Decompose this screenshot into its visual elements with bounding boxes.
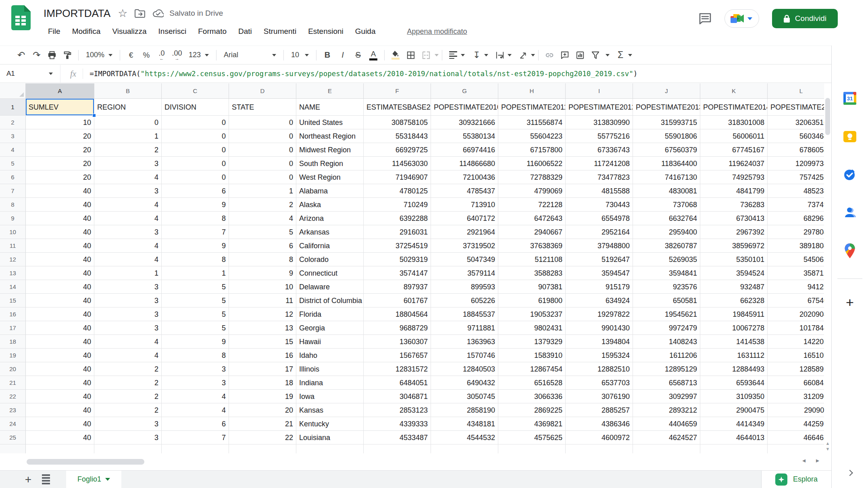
cell-H22[interactable]: 3066336 [498,390,566,403]
cell-K17[interactable]: 10067278 [700,321,768,335]
scroll-left-arrow[interactable]: ◂ [802,457,806,464]
cell-J24[interactable]: 4404659 [633,417,700,431]
cell-K1[interactable]: POPESTIMATE2014 [700,99,768,116]
cell-L19[interactable]: 1651059 [768,349,824,362]
cell-F24[interactable]: 4339333 [364,417,431,431]
cell-C14[interactable]: 5 [162,280,229,294]
cell-H5[interactable]: 116006522 [498,157,566,170]
cell-J6[interactable]: 74167130 [633,170,700,184]
cell-J12[interactable]: 5269035 [633,253,700,266]
strikethrough-button[interactable]: S [350,48,366,63]
cell-F8[interactable]: 710249 [364,198,431,212]
vertical-align-caret[interactable] [484,54,488,56]
cell-E23[interactable]: Kansas [296,403,364,417]
italic-button[interactable]: I [335,48,350,63]
cell-D25[interactable]: 22 [229,431,296,444]
text-color-button[interactable]: A [366,48,381,63]
cell-D4[interactable]: 0 [229,143,296,157]
cell-D14[interactable]: 10 [229,280,296,294]
row-header-17[interactable]: 17 [0,321,26,335]
cell-H8[interactable]: 722128 [498,198,566,212]
cell-E9[interactable]: Arizona [296,212,364,225]
column-header-L[interactable]: L [768,83,824,99]
cell-C6[interactable]: 0 [162,170,229,184]
fill-handle[interactable] [92,114,96,117]
cell-F15[interactable]: 601767 [364,294,431,307]
cell-G19[interactable]: 1570746 [431,349,498,362]
cell-J17[interactable]: 9972479 [633,321,700,335]
sheet-tab-foglio1[interactable]: Foglio1 [66,471,121,488]
cell-H15[interactable]: 619800 [498,294,566,307]
cell-F7[interactable]: 4780125 [364,184,431,198]
cell-C15[interactable]: 5 [162,294,229,307]
cell-G22[interactable]: 3050745 [431,390,498,403]
show-side-panel-chevron[interactable] [848,469,852,477]
cell-L4[interactable]: 67860583 [768,143,824,157]
cell-E14[interactable]: Delaware [296,280,364,294]
cell-L9[interactable]: 6829676 [768,212,824,225]
cell-C12[interactable]: 8 [162,253,229,266]
font-size-selector[interactable]: 10 [287,48,313,63]
name-box[interactable]: A1 [0,65,60,83]
cell-B16[interactable]: 3 [94,307,162,321]
cell-L22[interactable]: 3120960 [768,390,824,403]
cell-G2[interactable]: 309321666 [431,116,498,129]
cell-G18[interactable]: 1363963 [431,335,498,349]
cell-D21[interactable]: 18 [229,376,296,390]
paint-format-button[interactable] [60,48,75,63]
cell-C25[interactable]: 7 [162,431,229,444]
row-header-22[interactable]: 22 [0,390,26,403]
column-header-G[interactable]: G [431,83,498,99]
cell-E10[interactable]: Arkansas [296,225,364,239]
cell-D11[interactable]: 6 [229,239,296,253]
cell-H16[interactable]: 19053237 [498,307,566,321]
cell-H24[interactable]: 4369821 [498,417,566,431]
cell-D12[interactable]: 8 [229,253,296,266]
cell-F16[interactable]: 18804564 [364,307,431,321]
cell-F20[interactable]: 12831572 [364,362,431,376]
cell-J15[interactable]: 650581 [633,294,700,307]
cell-F12[interactable]: 5029319 [364,253,431,266]
cell-C24[interactable]: 6 [162,417,229,431]
vertical-scrollbar-thumb[interactable] [825,98,830,135]
row-header-16[interactable]: 16 [0,307,26,321]
more-formats-button[interactable]: 123 [185,48,213,63]
sheets-logo-icon[interactable] [10,5,31,32]
text-rotation-caret[interactable] [531,54,535,56]
cell-F21[interactable]: 6484051 [364,376,431,390]
cell-D15[interactable]: 11 [229,294,296,307]
cell-I5[interactable]: 117241208 [566,157,633,170]
cell-E3[interactable]: Northeast Region [296,129,364,143]
cell-G8[interactable]: 713910 [431,198,498,212]
cell-K2[interactable]: 318301008 [700,116,768,129]
cell-L13[interactable]: 3587122 [768,266,824,280]
cell-J4[interactable]: 67560379 [633,143,700,157]
menu-dati[interactable]: Dati [234,25,256,38]
add-sheet-button[interactable]: + [19,471,37,488]
cell-G23[interactable]: 2858190 [431,403,498,417]
cell-J21[interactable]: 6568713 [633,376,700,390]
row-header-14[interactable]: 14 [0,280,26,294]
cell-C17[interactable]: 5 [162,321,229,335]
cell-A3[interactable]: 20 [26,129,94,143]
merge-cells-button[interactable] [418,48,434,63]
cell-G21[interactable]: 6490432 [431,376,498,390]
cell-E6[interactable]: West Region [296,170,364,184]
cell-H17[interactable]: 9802431 [498,321,566,335]
vertical-align-button[interactable]: ↧ [469,48,484,63]
cell-L26[interactable] [768,444,824,453]
cell-H14[interactable]: 907381 [498,280,566,294]
cell-C18[interactable]: 9 [162,335,229,349]
menu-formato[interactable]: Formato [194,25,231,38]
cell-L10[interactable]: 2978048 [768,225,824,239]
formula-input[interactable]: =IMPORTDATA("https://www2.census.gov/pro… [90,70,637,78]
cell-E11[interactable]: California [296,239,364,253]
cell-I12[interactable]: 5192647 [566,253,633,266]
borders-button[interactable] [403,48,418,63]
cell-C1[interactable]: DIVISION [162,99,229,116]
cell-A7[interactable]: 40 [26,184,94,198]
cell-B14[interactable]: 3 [94,280,162,294]
cell-L24[interactable]: 4425976 [768,417,824,431]
column-header-D[interactable]: D [229,83,296,99]
cell-H21[interactable]: 6516528 [498,376,566,390]
